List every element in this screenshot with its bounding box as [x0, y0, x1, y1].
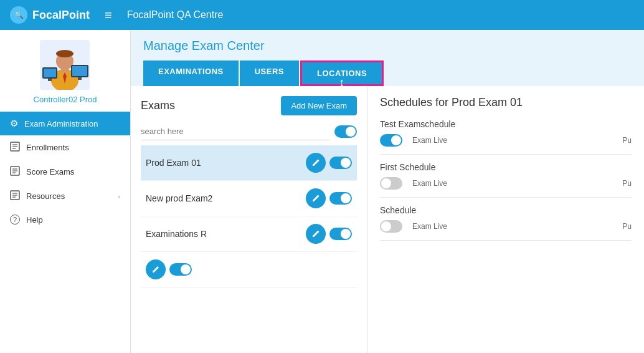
schedule-pu-label-first: Pu — [622, 179, 632, 188]
app-logo: 🔍 FocalPoint — [10, 6, 90, 24]
left-panel-header: Exams Add New Exam — [141, 96, 357, 115]
page-header: Manage Exam Center EXAMINATIONS USERS LO… — [131, 30, 644, 86]
exam-row-prod01[interactable]: Prod Exam 01 — [141, 145, 357, 181]
search-row — [141, 123, 357, 140]
exam-list: Prod Exam 01 — [141, 145, 357, 343]
sidebar-item-enrollments[interactable]: Enrollments — [0, 135, 130, 160]
sidebar-item-exam-administration[interactable]: ⚙ Exam Administration — [0, 112, 130, 135]
exam-actions-prod01 — [306, 153, 352, 173]
svg-rect-9 — [72, 66, 87, 76]
toggle-examr[interactable] — [329, 228, 352, 240]
edit-button-prod01[interactable] — [306, 153, 326, 173]
nav-title: FocalPoint QA Centre — [127, 9, 224, 21]
sidebar-menu: ⚙ Exam Administration Enrollments — [0, 112, 130, 231]
hamburger-icon[interactable]: ≡ — [100, 8, 117, 22]
sidebar-item-help[interactable]: ? Help — [0, 208, 130, 231]
score-exams-icon — [10, 166, 20, 178]
schedule-name-schedule: Schedule — [380, 205, 632, 215]
schedules-panel-title: Schedules for Prod Exam 01 — [380, 96, 632, 109]
edit-button-partial[interactable] — [146, 259, 166, 279]
schedule-live-label-first: Exam Live — [412, 179, 450, 188]
schedule-row-first: Exam Live Pu — [380, 177, 632, 190]
sidebar: Controller02 Prod ⚙ Exam Administration — [0, 30, 131, 353]
schedule-pu-label-schedule: Pu — [622, 222, 632, 231]
avatar-img — [40, 40, 90, 90]
tab-users[interactable]: USERS — [240, 60, 299, 86]
page-title: Manage Exam Center — [143, 39, 632, 53]
toggle-newprod2[interactable] — [329, 192, 352, 205]
exam-name-newprod2: New prod Exam2 — [146, 193, 306, 203]
help-icon: ? — [10, 215, 20, 225]
main-layout: Controller02 Prod ⚙ Exam Administration — [0, 30, 644, 353]
add-new-exam-button[interactable]: Add New Exam — [281, 96, 357, 115]
schedule-name-test: Test Examschedule — [380, 119, 632, 129]
svg-point-4 — [56, 50, 73, 57]
logo-icon: 🔍 — [10, 6, 27, 24]
exam-name-prod01: Prod Exam 01 — [146, 158, 306, 168]
avatar — [40, 40, 90, 90]
schedule-toggle-schedule[interactable] — [380, 220, 402, 233]
schedule-live-label-schedule: Exam Live — [412, 222, 450, 231]
avatar-section: Controller02 Prod — [34, 40, 97, 104]
sidebar-item-score-exams[interactable]: Score Exams — [0, 160, 130, 184]
schedule-row-test: Exam Live Pu — [380, 134, 632, 147]
svg-rect-10 — [78, 77, 82, 80]
schedule-item-schedule: Schedule Exam Live Pu — [380, 205, 632, 241]
tab-examinations-label: EXAMINATIONS — [158, 67, 224, 76]
svg-rect-7 — [48, 79, 52, 81]
schedule-toggle-test[interactable] — [380, 134, 402, 147]
schedule-item-first: First Schedule Exam Live Pu — [380, 162, 632, 198]
edit-button-examr[interactable] — [306, 224, 326, 244]
exam-actions-examr — [306, 224, 352, 244]
schedule-name-first: First Schedule — [380, 162, 632, 172]
tab-examinations[interactable]: EXAMINATIONS — [143, 60, 239, 86]
toggle-prod01[interactable] — [329, 157, 352, 169]
left-panel: Exams Add New Exam Prod Exam 01 — [131, 86, 367, 353]
sidebar-label-exam-admin: Exam Administration — [24, 119, 120, 128]
right-panel: Schedules for Prod Exam 01 Test Examsche… — [367, 86, 644, 353]
resources-icon — [10, 190, 20, 202]
sidebar-label-score-exams: Score Exams — [26, 167, 120, 176]
gear-icon: ⚙ — [10, 118, 18, 129]
edit-button-newprod2[interactable] — [306, 188, 326, 208]
schedule-pu-label-test: Pu — [622, 136, 632, 145]
app-name: FocalPoint — [32, 9, 90, 22]
toggle-partial[interactable] — [169, 263, 192, 276]
enrollments-icon — [10, 142, 20, 153]
schedule-live-label-test: Exam Live — [412, 136, 450, 145]
exam-actions-partial — [146, 259, 192, 279]
exam-row-examr[interactable]: Examinations R — [141, 216, 357, 252]
cursor-icon: ↕ — [339, 76, 345, 89]
user-name: Controller02 Prod — [34, 95, 97, 104]
tabs-bar: EXAMINATIONS USERS LOCATIONS ↕ — [143, 60, 632, 86]
exam-row-newprod2[interactable]: New prod Exam2 — [141, 181, 357, 216]
schedule-item-test: Test Examschedule Exam Live Pu — [380, 119, 632, 155]
schedule-row-schedule: Exam Live Pu — [380, 220, 632, 233]
search-input[interactable] — [141, 123, 329, 140]
exam-row-partial — [141, 252, 357, 288]
main-content: Manage Exam Center EXAMINATIONS USERS LO… — [131, 30, 644, 353]
top-nav: 🔍 FocalPoint ≡ FocalPoint QA Centre — [0, 0, 644, 30]
tab-locations[interactable]: LOCATIONS ↕ — [300, 60, 384, 86]
content-area: Exams Add New Exam Prod Exam 01 — [131, 86, 644, 353]
exam-actions-newprod2 — [306, 188, 352, 208]
sidebar-item-resources[interactable]: Resources › — [0, 184, 130, 208]
svg-rect-6 — [44, 69, 56, 77]
sidebar-label-help: Help — [26, 215, 120, 225]
sidebar-label-resources: Resources — [26, 191, 111, 201]
tab-users-label: USERS — [255, 67, 284, 76]
exams-panel-title: Exams — [141, 99, 175, 112]
exam-name-examr: Examinations R — [146, 229, 306, 239]
schedule-toggle-first[interactable] — [380, 177, 402, 190]
resources-chevron: › — [118, 193, 120, 200]
sidebar-label-enrollments: Enrollments — [26, 143, 120, 152]
global-toggle[interactable] — [334, 125, 357, 138]
